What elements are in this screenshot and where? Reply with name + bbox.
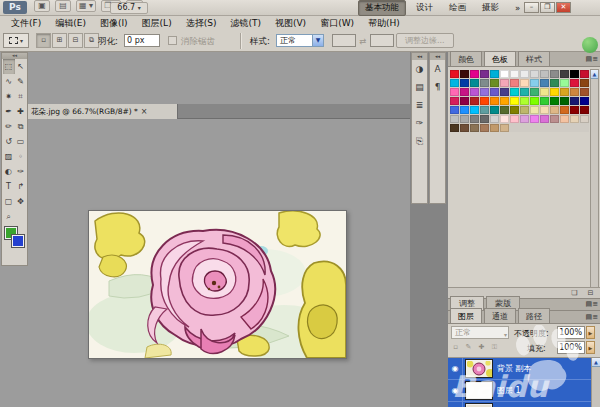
- color-swatch[interactable]: [470, 79, 479, 87]
- color-swatch[interactable]: [470, 115, 479, 123]
- tool-button-lasso-tool[interactable]: ∿: [3, 74, 15, 89]
- tool-button-magic-wand-tool[interactable]: ✷: [3, 89, 15, 104]
- color-swatch[interactable]: [560, 106, 569, 114]
- menu-item[interactable]: 视图(V): [268, 16, 313, 31]
- color-swatch[interactable]: [580, 88, 589, 96]
- color-swatch[interactable]: [500, 97, 509, 105]
- tool-button-eyedropper-tool[interactable]: ✒: [3, 104, 15, 119]
- menu-item[interactable]: 图层(L): [135, 16, 179, 31]
- color-swatch[interactable]: [530, 70, 539, 78]
- color-swatch[interactable]: [480, 124, 489, 132]
- layer-thumbnail[interactable]: [466, 382, 492, 399]
- color-swatch[interactable]: [520, 115, 529, 123]
- color-swatch[interactable]: [560, 70, 569, 78]
- lock-icon-lock-pixels-icon[interactable]: ✎: [463, 341, 474, 352]
- color-swatch[interactable]: [510, 88, 519, 96]
- close-tab-icon[interactable]: ×: [141, 107, 148, 116]
- menu-item[interactable]: 滤镜(T): [223, 16, 268, 31]
- tool-button-gradient-tool[interactable]: ▨: [3, 149, 15, 164]
- color-swatch[interactable]: [480, 70, 489, 78]
- feather-input[interactable]: 0 px: [124, 34, 160, 47]
- color-swatch[interactable]: [510, 79, 519, 87]
- color-swatch[interactable]: [560, 115, 569, 123]
- lock-icon-lock-transparency-icon[interactable]: ▫: [450, 341, 461, 352]
- color-swatch[interactable]: [490, 115, 499, 123]
- dock-panel-icon-dock-paragraph-icon[interactable]: ¶: [430, 78, 445, 96]
- panel-tab[interactable]: 通道: [484, 308, 516, 323]
- color-swatch[interactable]: [480, 97, 489, 105]
- opacity-input[interactable]: 100%: [557, 326, 585, 339]
- document-tab[interactable]: 花朵.jpg @ 66.7%(RGB/8#) * ×: [28, 104, 178, 119]
- menu-item[interactable]: 选择(S): [179, 16, 224, 31]
- dock-panel-icon-dock-brush-icon[interactable]: ✑: [412, 114, 427, 132]
- color-swatch[interactable]: [550, 106, 559, 114]
- color-swatch[interactable]: [550, 79, 559, 87]
- color-swatch[interactable]: [580, 70, 589, 78]
- appbar-icon-mini-bridge-icon[interactable]: ▤: [55, 0, 71, 12]
- dock-collapse-icon[interactable]: ◂◂: [430, 53, 445, 60]
- color-swatch[interactable]: [480, 88, 489, 96]
- panel-menu-icon[interactable]: ▤≡: [586, 300, 598, 308]
- workspace-button[interactable]: 设计: [410, 1, 439, 15]
- menu-item[interactable]: 文件(F): [4, 16, 48, 31]
- tool-button-rectangular-marquee-tool[interactable]: ⬚: [3, 59, 15, 74]
- tool-button-dodge-tool[interactable]: ◐: [3, 164, 15, 179]
- color-swatch[interactable]: [500, 70, 509, 78]
- color-swatch[interactable]: [480, 106, 489, 114]
- color-swatch[interactable]: [520, 79, 529, 87]
- color-swatch[interactable]: [500, 106, 509, 114]
- tool-preset-picker[interactable]: ▾: [3, 33, 29, 48]
- color-swatch[interactable]: [490, 79, 499, 87]
- tool-button-type-tool[interactable]: T: [3, 179, 15, 194]
- panel-tab[interactable]: 样式: [518, 51, 550, 66]
- color-swatch[interactable]: [460, 70, 469, 78]
- blend-mode-dropdown[interactable]: 正常 ▾: [451, 326, 509, 339]
- panel-menu-icon[interactable]: ▤≡: [586, 313, 598, 321]
- appbar-icon-bridge-icon[interactable]: ▣: [34, 0, 50, 12]
- panel-tab[interactable]: 路径: [518, 308, 550, 323]
- selection-mode-button-intersect-selection[interactable]: ⧉: [84, 33, 99, 48]
- color-swatch[interactable]: [510, 70, 519, 78]
- restore-button[interactable]: ❐: [540, 2, 555, 13]
- color-swatch[interactable]: [460, 106, 469, 114]
- color-swatch[interactable]: [570, 115, 579, 123]
- color-swatch[interactable]: [510, 97, 519, 105]
- menu-item[interactable]: 帮助(H): [361, 16, 407, 31]
- color-swatch[interactable]: [480, 79, 489, 87]
- tool-button[interactable]: [15, 209, 27, 224]
- color-swatch[interactable]: [520, 88, 529, 96]
- close-button[interactable]: ✕: [556, 2, 571, 13]
- layers-scrollbar[interactable]: ▲: [591, 358, 600, 407]
- layer-row[interactable]: ◉ 背景: [448, 402, 600, 407]
- color-swatch[interactable]: [540, 106, 549, 114]
- dock-panel-icon-dock-history-icon[interactable]: ≣: [412, 96, 427, 114]
- color-swatch[interactable]: [540, 88, 549, 96]
- eye-icon[interactable]: ◉: [448, 402, 463, 407]
- color-swatch[interactable]: [450, 106, 459, 114]
- color-swatch[interactable]: [480, 115, 489, 123]
- color-swatch[interactable]: [500, 115, 509, 123]
- color-swatch[interactable]: [520, 70, 529, 78]
- tool-button-move-tool[interactable]: ↖: [15, 59, 27, 74]
- eye-icon[interactable]: ◉: [448, 380, 463, 402]
- tool-button-path-selection-tool[interactable]: ↱: [15, 179, 27, 194]
- zoom-level-dropdown[interactable]: 66.7 ▾: [110, 2, 148, 14]
- fill-slider-icon[interactable]: ▶: [586, 341, 595, 354]
- color-swatch[interactable]: [550, 97, 559, 105]
- color-swatch[interactable]: [560, 97, 569, 105]
- tool-button-history-brush-tool[interactable]: ↺: [3, 134, 15, 149]
- swatches-scrollbar[interactable]: ▲: [590, 69, 599, 288]
- color-swatch[interactable]: [460, 115, 469, 123]
- color-swatch[interactable]: [580, 97, 589, 105]
- color-swatch[interactable]: [530, 115, 539, 123]
- color-swatch[interactable]: [520, 106, 529, 114]
- tool-button-shape-tool[interactable]: ▢: [3, 194, 15, 209]
- opacity-slider-icon[interactable]: ▶: [586, 326, 595, 339]
- style-dropdown[interactable]: 正常 ▼: [276, 34, 324, 47]
- color-swatch[interactable]: [570, 70, 579, 78]
- color-swatch[interactable]: [570, 97, 579, 105]
- color-swatch[interactable]: [460, 124, 469, 132]
- color-swatch[interactable]: [530, 97, 539, 105]
- scroll-up-icon[interactable]: ▲: [591, 70, 598, 79]
- color-swatch[interactable]: [490, 97, 499, 105]
